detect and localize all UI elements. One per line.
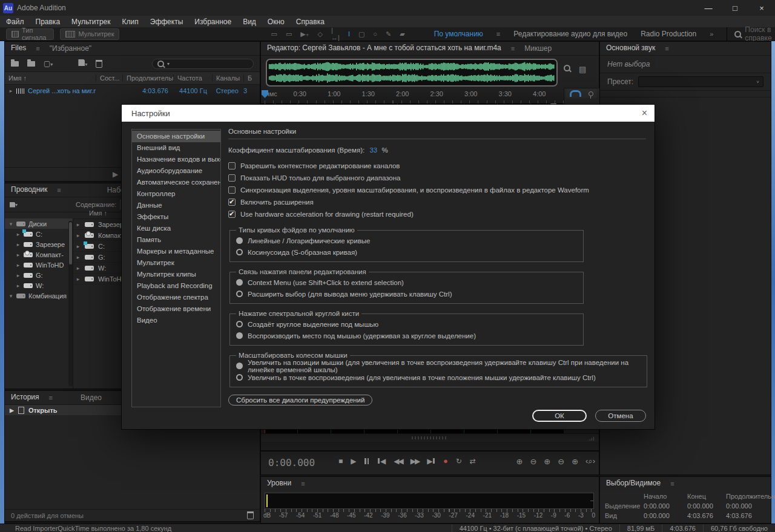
checkbox-checked-icon[interactable] (228, 199, 236, 206)
tab-media-browser[interactable]: Проводник (11, 185, 47, 195)
open-file-icon[interactable] (11, 61, 19, 67)
maximize-button[interactable]: □ (722, 0, 748, 16)
editor-panel-menu-icon[interactable]: ≡ (511, 45, 515, 52)
tree-item-drives[interactable]: ▾ Диски (5, 218, 73, 229)
radio-row[interactable]: Увеличить в точке воспроизведения (для у… (236, 372, 641, 383)
radio-row[interactable]: Создаёт круглое выделение под мышью (236, 318, 577, 330)
tree-item-c[interactable]: ▸ C: (5, 229, 73, 239)
paintbrush-tool-icon[interactable]: ✎ (386, 30, 391, 38)
preferences-nav-item[interactable]: Данные (132, 200, 220, 211)
files-panel-menu-icon[interactable]: ≡ (36, 45, 39, 52)
preferences-nav-item[interactable]: Playback and Recording (132, 280, 220, 292)
zoom-in-full-button[interactable]: ⊕ (544, 457, 550, 466)
zoom-in-button[interactable]: ⊕ (516, 457, 523, 466)
preferences-nav-item[interactable]: Автоматическое сохранение (132, 177, 220, 188)
radio-icon[interactable] (236, 374, 243, 381)
file-row[interactable]: ▸ Сергей ...хоть на миг.m4a 4:03.676 441… (5, 85, 260, 97)
playhead-time[interactable]: 0:00.000 (268, 457, 315, 468)
tree-scrollbar[interactable] (68, 221, 73, 386)
slip-tool-icon[interactable]: |↔| (331, 27, 340, 41)
time-selection-tool-icon[interactable]: I (348, 30, 350, 38)
tab-essential-sound[interactable]: Основной звук (606, 44, 655, 53)
checkbox-row[interactable]: Показать HUD только для выбранного диапа… (228, 172, 646, 184)
list-collapsed-icon[interactable]: ▸ (76, 276, 81, 282)
tab-editor[interactable]: Редактор: Сергей Завьялов - А мне с тобо… (267, 44, 501, 53)
checkbox-checked-icon[interactable] (228, 211, 236, 218)
preferences-nav-item[interactable]: Мультитрек клипы (132, 269, 220, 280)
waveform-overview[interactable] (266, 59, 558, 87)
checkbox-icon[interactable] (228, 174, 236, 182)
checkbox-row[interactable]: Разрешить контекстное редактирование кан… (228, 160, 646, 172)
preferences-nav-item[interactable]: Маркеры и метаданные (132, 246, 220, 257)
tree-item-wintohd[interactable]: ▸ WinToHD (5, 260, 73, 270)
preferences-nav-item[interactable]: Память (132, 234, 220, 246)
files-column-headers[interactable]: Имя ↑ Сост... Продолжительн... Частота К… (5, 72, 260, 85)
trash-icon[interactable] (96, 60, 102, 68)
tree-expanded-icon[interactable]: ▾ (8, 221, 13, 227)
tab-files[interactable]: Files (11, 44, 26, 53)
zoom-reset-icon[interactable] (564, 65, 570, 71)
play-button[interactable]: ▶ (351, 457, 356, 465)
zoom-out-full-button[interactable]: ⊖ (558, 457, 564, 466)
levels-panel-menu-icon[interactable]: ≡ (301, 480, 305, 487)
save-icon[interactable]: ▾ (78, 59, 87, 68)
radio-row[interactable]: Расширить выбор (для вывода меню удержив… (236, 288, 577, 300)
list-collapsed-icon[interactable]: ▸ (76, 254, 81, 260)
record-button[interactable]: ● (443, 456, 448, 465)
preferences-nav-item[interactable]: Эффекты (132, 211, 220, 223)
zoom-out-button[interactable]: ⊖ (530, 457, 536, 466)
zoom-selection-button[interactable]: ⊕ (572, 457, 578, 466)
essential-sound-menu-icon[interactable]: ≡ (665, 45, 668, 52)
radio-icon[interactable] (236, 291, 243, 297)
spectral-display-icon[interactable]: ▭ (271, 30, 277, 38)
close-button[interactable]: × (748, 0, 775, 16)
checkbox-row[interactable]: Use hardware acceleration for drawing (r… (228, 208, 646, 220)
list-collapsed-icon[interactable]: ▸ (76, 232, 81, 238)
history-panel-menu-icon[interactable]: ≡ (49, 394, 53, 401)
tree-collapsed-icon[interactable]: ▸ (16, 252, 21, 258)
menu-item[interactable]: Эффекты (150, 18, 183, 26)
tree-expanded-icon[interactable]: ▾ (8, 293, 13, 299)
radio-row[interactable]: Линейные / Логарифмические кривые (236, 235, 577, 246)
razor-tool-icon[interactable]: ◇ (318, 30, 323, 38)
preferences-nav-item[interactable]: Видео (132, 315, 220, 326)
radio-selected-icon[interactable] (236, 237, 243, 244)
workspace-edit-audio-video[interactable]: Редактирование аудио для видео (513, 30, 627, 38)
radio-selected-icon[interactable] (236, 279, 243, 286)
spot-healing-tool-icon[interactable]: ▰ (400, 30, 404, 38)
browser-panel-menu-icon[interactable]: ≡ (57, 186, 61, 194)
tree-item-g[interactable]: ▸ G: (5, 270, 73, 280)
scrub-lock-icon[interactable] (570, 90, 581, 97)
workspace-overflow-icon[interactable]: » (710, 30, 713, 38)
skip-selection-button[interactable]: ⇄ (470, 457, 476, 465)
scrollbar-handle[interactable] (412, 436, 448, 439)
tree-collapsed-icon[interactable]: ▸ (16, 262, 21, 268)
horizontal-scrollbar[interactable] (261, 433, 599, 442)
list-collapsed-icon[interactable]: ▸ (76, 265, 81, 271)
list-collapsed-icon[interactable]: ▸ (76, 243, 81, 249)
radio-icon[interactable] (236, 249, 243, 255)
checkbox-icon[interactable] (228, 186, 236, 194)
autoplay-icon[interactable]: ▶ (113, 170, 118, 179)
history-trash-icon[interactable] (247, 511, 254, 519)
rewind-button[interactable]: ◀◀ (394, 457, 402, 465)
workspace-radio-production[interactable]: Radio Production (641, 30, 696, 38)
dialog-title-bar[interactable]: Настройки × (122, 105, 655, 122)
multitrack-view-button[interactable]: Мультитрек (60, 28, 119, 40)
tab-favorites[interactable]: "Избранное" (50, 44, 91, 53)
help-search-field[interactable]: Поиск в справке (727, 27, 775, 41)
radio-icon[interactable] (236, 321, 243, 327)
go-to-start-button[interactable]: ◀ (377, 457, 386, 465)
menu-item[interactable]: Мультитрек (71, 18, 110, 26)
import-file-icon[interactable] (27, 61, 35, 67)
preferences-nav-item[interactable]: Контроллер (132, 188, 220, 200)
preferences-nav-item[interactable]: Внешний вид (132, 142, 220, 154)
preferences-nav-item[interactable]: Мультитрек (132, 257, 220, 269)
tree-item-combination[interactable]: ▾ Комбинация (5, 291, 73, 301)
go-to-end-button[interactable]: ▶ (427, 457, 435, 465)
tab-selection-view[interactable]: Выбор/Видимое (606, 479, 661, 488)
cancel-button[interactable]: Отмена (595, 410, 646, 422)
tab-video[interactable]: Видео (81, 393, 102, 402)
track-list-icon[interactable]: ▤ (579, 65, 586, 74)
preferences-nav-item[interactable]: Основные настройки (132, 131, 220, 142)
